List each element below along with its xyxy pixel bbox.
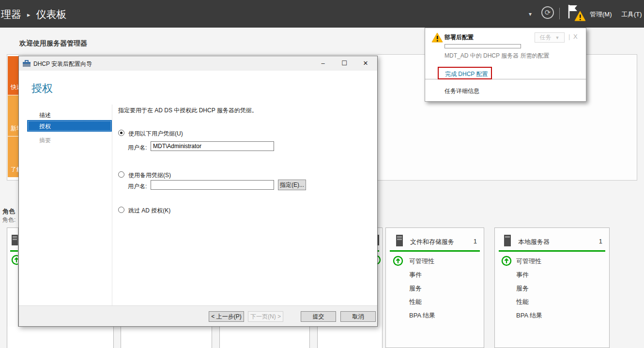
username-input[interactable] [151,141,274,151]
warning-badge-icon [574,11,586,21]
wizard-nav-summary: 摘要 [39,136,51,145]
maximize-button[interactable]: ☐ [334,56,355,71]
flyout-close-icon[interactable]: X [573,33,578,40]
breadcrumb-dashboard[interactable]: 仪表板 [36,9,67,20]
tile-row-performance[interactable]: 性能 [516,298,529,306]
status-line [499,250,605,252]
wizard-nav-description[interactable]: 描述 [39,111,51,120]
server-icon [396,235,404,247]
tile-row-bpa[interactable]: BPA 结果 [516,311,542,320]
warning-triangle-icon [431,32,443,43]
wizard-content-divider [112,105,112,307]
alternate-username-input[interactable] [151,180,274,190]
menu-tools[interactable]: 工具(T) [621,10,642,19]
tile-local-server[interactable]: 本地服务器 1 可管理性 事件 服务 性能 BPA 结果 [494,227,610,348]
tasks-dropdown-label: 任务 [540,34,552,41]
up-arrow-status-icon [501,256,512,266]
tile-fragment [317,327,383,348]
tile-file-storage-services[interactable]: 文件和存储服务 1 可管理性 事件 服务 性能 BPA 结果 [385,227,484,348]
minimize-button[interactable]: – [312,56,334,71]
status-line [390,250,480,252]
tile-title[interactable]: 本地服务器 [518,238,550,246]
wizard-titlebar[interactable]: DHCP 安装后配置向导 – ☐ ✕ [19,56,377,71]
tile-count-badge: 1 [599,238,602,245]
flyout-task-title: 部署后配置 [445,33,474,42]
top-navigation-bar: 理器▸仪表板 ▾ ⟳ 管理(M) 工具(T) [0,0,644,28]
radio-skip-ad-authorization[interactable] [118,207,124,213]
breadcrumb-separator-icon: ▸ [27,11,31,18]
tile-fragment [121,327,212,348]
complete-dhcp-configuration-link[interactable]: 完成 DHCP 配置 [445,70,488,78]
tasks-dropdown-button: 任务▼ [535,32,565,43]
server-icon [12,235,18,246]
wizard-nav-authorization-label: 授权 [39,122,51,131]
wizard-toolbox-icon [23,60,31,67]
task-details-link[interactable]: 任务详细信息 [445,87,479,95]
radio-use-alternate-credentials-label[interactable]: 使用备用凭据(S) [128,171,171,180]
close-button[interactable]: ✕ [355,56,376,71]
submit-button[interactable]: 提交 [301,311,336,322]
tile-row-manageability[interactable]: 可管理性 [516,257,541,266]
up-arrow-status-icon [393,256,403,266]
tile-fragment [7,327,114,348]
window-controls: – ☐ ✕ [312,56,376,71]
next-button: 下一页(N) > [248,311,283,322]
dhcp-wizard-dialog: DHCP 安装后配置向导 – ☐ ✕ 授权 描述 授权 摘要 指定要用于在 AD… [18,56,378,327]
notification-flyout: 部署后配置 任务▼ | X MDT_AD 中的 DHCP 服务器 所需的配置 完… [425,28,586,102]
chevron-down-icon: ▼ [555,35,560,40]
breadcrumb-app[interactable]: 理器 [1,9,21,20]
radio-use-user-credentials-label[interactable]: 使用以下用户凭据(U) [128,130,183,138]
wizard-title: DHCP 安装后配置向导 [33,60,92,68]
tile-row-bpa[interactable]: BPA 结果 [409,311,435,320]
specify-button[interactable]: 指定(E)... [278,180,306,190]
flyout-divider: | [568,33,570,40]
up-arrow-status-icon [11,255,18,265]
chevron-down-icon[interactable]: ▾ [529,11,532,17]
roles-section-subline: 角色: [2,216,15,224]
tile-row-services[interactable]: 服务 [409,284,422,293]
wizard-page-heading: 授权 [31,81,53,96]
username2-label: 用户名: [128,182,147,191]
tile-title[interactable]: 文件和存储服务 [410,238,454,246]
tile-row-events[interactable]: 事件 [516,271,529,279]
server-icon [504,235,512,247]
tile-row-manageability[interactable]: 可管理性 [409,257,434,266]
highlight-rectangle: 完成 DHCP 配置 [438,67,492,79]
task-progress-bar [445,44,521,48]
wizard-nav-authorization-selected[interactable]: 授权 [27,120,112,132]
wizard-instruction-text: 指定要用于在 AD DS 中授权此 DHCP 服务器的凭据。 [118,106,258,115]
toolbar-divider [559,8,560,19]
username-label: 用户名: [128,144,147,152]
task-description: MDT_AD 中的 DHCP 服务器 所需的配置 [445,52,549,60]
tile-row-events[interactable]: 事件 [409,271,422,279]
post-deployment-task: 部署后配置 任务▼ | X MDT_AD 中的 DHCP 服务器 所需的配置 完… [425,28,586,79]
radio-skip-ad-authorization-label[interactable]: 跳过 AD 授权(K) [128,207,170,215]
menu-manage[interactable]: 管理(M) [590,10,612,19]
radio-use-user-credentials[interactable] [118,130,124,136]
tile-row-performance[interactable]: 性能 [409,298,422,306]
welcome-heading: 欢迎使用服务器管理器 [19,39,87,48]
wizard-footer: < 上一步(P) 下一页(N) > 提交 取消 [19,305,377,326]
roles-section-heading: 角色 [2,207,15,216]
refresh-icon[interactable]: ⟳ [541,6,554,19]
tile-count-badge: 1 [474,238,477,245]
tile-fragment [219,327,310,348]
previous-button[interactable]: < 上一步(P) [209,311,244,322]
tile-row-services[interactable]: 服务 [516,284,529,293]
status-line [10,250,18,252]
radio-use-alternate-credentials[interactable] [118,171,124,178]
cancel-button[interactable]: 取消 [340,311,376,322]
breadcrumb: 理器▸仪表板 [1,8,67,21]
